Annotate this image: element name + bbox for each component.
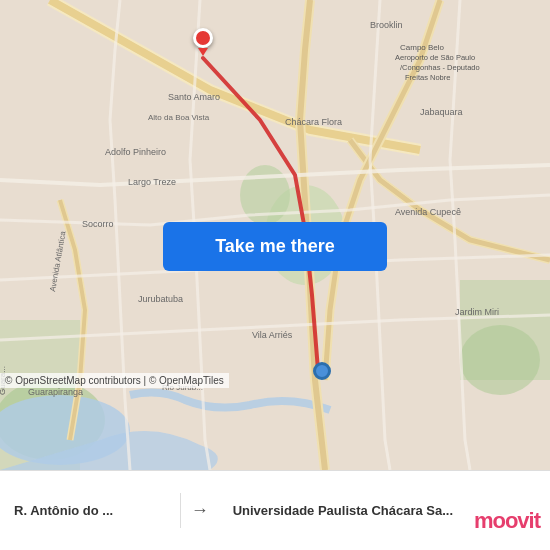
- destination-marker: [313, 362, 331, 380]
- svg-text:Avenida Cupecê: Avenida Cupecê: [395, 207, 461, 217]
- bottom-bar: R. Antônio do ... → Universidade Paulist…: [0, 470, 550, 550]
- svg-text:Socorro: Socorro: [82, 219, 114, 229]
- origin-marker: [193, 28, 213, 56]
- svg-text:Campo Belo: Campo Belo: [400, 43, 445, 52]
- svg-text:Guarapiranga: Guarapiranga: [28, 387, 83, 397]
- svg-text:Santo Amaro: Santo Amaro: [168, 92, 220, 102]
- map-container: Brooklin Campo Belo Santo Amaro Alto da …: [0, 0, 550, 470]
- svg-text:Jabaquara: Jabaquara: [420, 107, 463, 117]
- moovit-logo: moovit: [474, 508, 540, 534]
- svg-text:Alto da Boa Vista: Alto da Boa Vista: [148, 113, 210, 122]
- svg-text:Vila Arriés: Vila Arriés: [252, 330, 293, 340]
- route-arrow: →: [181, 500, 219, 521]
- map-attribution: © OpenStreetMap contributors | © OpenMap…: [0, 373, 229, 388]
- svg-point-6: [460, 325, 540, 395]
- route-from: R. Antônio do ...: [0, 493, 181, 528]
- svg-text:Chácara Flora: Chácara Flora: [285, 117, 342, 127]
- svg-text:Jurubatuba: Jurubatuba: [138, 294, 183, 304]
- take-me-there-button[interactable]: Take me there: [163, 222, 387, 271]
- svg-text:Jardim Miri: Jardim Miri: [455, 307, 499, 317]
- svg-text:Brooklin: Brooklin: [370, 20, 403, 30]
- svg-text:Freitas Nobre: Freitas Nobre: [405, 73, 450, 82]
- svg-text:/Congonhas - Deputado: /Congonhas - Deputado: [400, 63, 480, 72]
- svg-text:Largo Treze: Largo Treze: [128, 177, 176, 187]
- route-from-name: R. Antônio do ...: [14, 503, 166, 518]
- svg-text:Aeroporto de São Paulo: Aeroporto de São Paulo: [395, 53, 475, 62]
- svg-text:Adolfo Pinheiro: Adolfo Pinheiro: [105, 147, 166, 157]
